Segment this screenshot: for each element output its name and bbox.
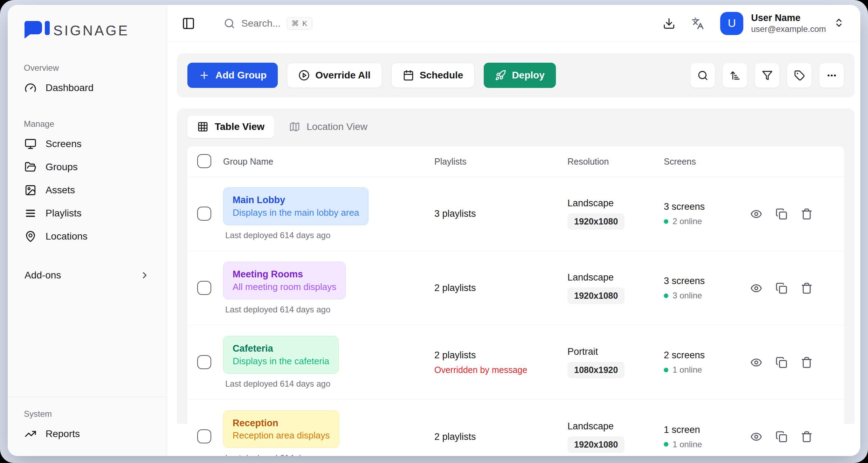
view-group-button[interactable]	[750, 357, 762, 368]
sort-button[interactable]	[722, 63, 748, 88]
sidebar-section-overview: Overview Dashboard	[22, 63, 153, 99]
view-group-button[interactable]	[750, 208, 762, 220]
rocket-icon	[495, 70, 506, 81]
ellipsis-icon	[826, 70, 837, 81]
group-name-card[interactable]: Reception Reception area displays	[223, 410, 339, 448]
tags-button[interactable]	[787, 63, 812, 88]
filter-button[interactable]	[755, 63, 780, 88]
view-group-button[interactable]	[750, 431, 762, 443]
group-name-card[interactable]: Meeting Rooms All meeting room displays	[223, 262, 346, 299]
group-description: All meeting room displays	[233, 281, 336, 293]
image-icon	[25, 184, 36, 196]
playlists-count: 2 playlists	[434, 283, 567, 293]
sidebar-item-label: Groups	[46, 161, 78, 173]
playlists-count: 2 playlists	[434, 350, 567, 361]
row-checkbox[interactable]	[197, 355, 211, 369]
download-button[interactable]	[663, 17, 675, 30]
sidebar-item-label: Reports	[46, 428, 80, 440]
row-checkbox[interactable]	[197, 429, 211, 443]
table-header-row: Group Name Playlists Resolution Screens	[187, 146, 844, 177]
user-email: user@example.com	[751, 24, 826, 34]
sidebar-spacer	[22, 286, 153, 397]
last-deployed-text: Last deployed 614 days ago	[225, 305, 330, 315]
select-all-checkbox[interactable]	[197, 154, 211, 168]
sidebar-item-assets[interactable]: Assets	[22, 179, 153, 202]
calendar-icon	[403, 70, 414, 81]
more-options-button[interactable]	[819, 63, 844, 88]
groups-table: Group Name Playlists Resolution Screens …	[187, 146, 844, 456]
screens-count: 3 screens	[664, 201, 746, 212]
copy-icon	[776, 282, 787, 294]
row-checkbox[interactable]	[197, 281, 211, 295]
orientation-text: Portrait	[567, 346, 598, 357]
sidebar-item-addons[interactable]: Add-ons	[22, 265, 153, 286]
map-icon	[289, 121, 300, 132]
tab-table-view[interactable]: Table View	[187, 116, 274, 138]
brand-word: SIGNAGE	[53, 23, 129, 39]
search-icon	[697, 70, 708, 81]
online-dot	[664, 219, 668, 224]
app-window: SIGNAGE Overview Dashboard Manage Screen…	[8, 5, 860, 456]
trash-icon	[801, 208, 813, 220]
deploy-button[interactable]: Deploy	[484, 63, 556, 88]
sidebar-item-playlists[interactable]: Playlists	[22, 202, 153, 225]
duplicate-group-button[interactable]	[776, 282, 787, 294]
table-search-button[interactable]	[690, 63, 715, 88]
sidebar-item-dashboard[interactable]: Dashboard	[22, 76, 153, 99]
view-tabs: Table View Location View	[187, 116, 844, 138]
user-meta: User Name user@example.com	[751, 12, 826, 35]
sidebar-item-label: Locations	[46, 231, 88, 242]
delete-group-button[interactable]	[801, 282, 813, 294]
group-name-card[interactable]: Cafeteria Displays in the cafeteria	[223, 336, 339, 374]
gauge-icon	[25, 82, 36, 94]
search-input[interactable]: Search... ⌘ K	[224, 17, 312, 30]
sidebar-item-reports[interactable]: Reports	[22, 422, 153, 445]
last-deployed-text: Last deployed 614 days ago	[225, 230, 330, 240]
resolution-badge: 1920x1080	[567, 213, 625, 230]
monitor-icon	[25, 138, 36, 150]
sidebar-item-groups[interactable]: Groups	[22, 156, 153, 179]
sidebar-item-screens[interactable]: Screens	[22, 132, 153, 156]
eye-icon	[750, 208, 762, 220]
table-row: Meeting Rooms All meeting room displays …	[187, 251, 844, 325]
view-group-button[interactable]	[750, 282, 762, 294]
section-label-system: System	[24, 409, 153, 419]
delete-group-button[interactable]	[801, 208, 813, 220]
last-deployed-text: Last deployed 614 days ago	[225, 379, 330, 389]
add-group-button[interactable]: Add Group	[187, 63, 278, 88]
override-all-button[interactable]: Override All	[287, 63, 382, 88]
delete-group-button[interactable]	[801, 431, 813, 443]
column-header-resolution: Resolution	[567, 157, 664, 167]
row-checkbox[interactable]	[197, 207, 211, 221]
add-group-label: Add Group	[215, 70, 267, 81]
sort-ascending-icon	[730, 70, 740, 81]
trash-icon	[801, 282, 813, 294]
eye-icon	[750, 357, 762, 368]
schedule-button[interactable]: Schedule	[391, 63, 475, 88]
user-menu[interactable]: U User Name user@example.com	[720, 12, 844, 35]
table-row: Reception Reception area displays Last d…	[187, 400, 844, 456]
sidebar-item-label: Assets	[46, 185, 75, 196]
list-icon	[25, 207, 36, 219]
sidebar-item-locations[interactable]: Locations	[22, 225, 153, 248]
map-pin-icon	[25, 230, 36, 242]
sidebar-item-label: Playlists	[46, 208, 82, 219]
tab-location-view[interactable]: Location View	[279, 116, 377, 138]
group-name-card[interactable]: Main Lobby Displays in the main lobby ar…	[223, 187, 368, 225]
delete-group-button[interactable]	[801, 357, 813, 368]
language-button[interactable]	[691, 17, 704, 30]
brand-logo[interactable]: SIGNAGE	[22, 20, 153, 41]
duplicate-group-button[interactable]	[776, 431, 787, 443]
copy-icon	[776, 431, 787, 443]
duplicate-group-button[interactable]	[776, 208, 787, 220]
tab-label: Location View	[306, 121, 367, 132]
eye-icon	[750, 282, 762, 294]
column-header-screens: Screens	[664, 157, 746, 167]
duplicate-group-button[interactable]	[776, 357, 787, 368]
sidebar-toggle-button[interactable]	[182, 17, 195, 30]
topbar: Search... ⌘ K U User Name user@example.c…	[167, 5, 860, 42]
eye-icon	[750, 431, 762, 443]
languages-icon	[691, 17, 704, 30]
online-count: 1 online	[673, 365, 702, 375]
plus-icon	[199, 70, 210, 81]
